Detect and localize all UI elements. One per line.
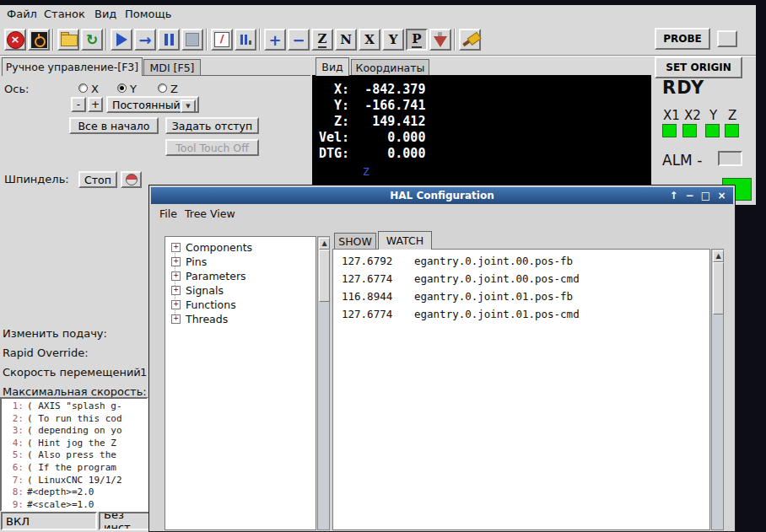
tab-watch[interactable]: WATCH <box>378 231 432 250</box>
hal-tree-panel[interactable]: + Components + Pins + Parameters + Signa… <box>165 236 316 530</box>
tree-item-parameters[interactable]: + Parameters <box>171 270 246 282</box>
tab-manual-control[interactable]: Ручное управление-[F3] <box>2 57 143 76</box>
view-z-icon: Z <box>318 31 327 48</box>
toolbar-divider <box>0 55 756 56</box>
hal-menu-file[interactable]: File <box>159 207 177 220</box>
zoom-out-icon: − <box>292 31 305 49</box>
jog-plus-button[interactable]: + <box>88 97 103 112</box>
menu-view[interactable]: Вид <box>94 8 116 20</box>
tab-mdi[interactable]: MDI [F5] <box>143 59 201 76</box>
rotate-view-button[interactable] <box>429 29 451 51</box>
tree-item-components[interactable]: + Components <box>171 241 252 254</box>
tab-dro[interactable]: Координаты <box>351 59 429 76</box>
expand-icon[interactable]: + <box>171 314 181 324</box>
toggle-skip-lines-button[interactable]: / <box>211 29 233 51</box>
pause-button[interactable] <box>158 29 180 51</box>
tree-item-functions[interactable]: + Functions <box>171 298 236 311</box>
view-z-button[interactable]: Z <box>311 29 333 51</box>
tree-item-pins[interactable]: + Pins <box>171 255 207 268</box>
tree-item-threads[interactable]: + Threads <box>171 313 228 325</box>
homed-lamp-z <box>725 124 739 137</box>
hal-window-controls: ↑ − □ × <box>667 190 728 202</box>
zoom-out-button[interactable]: − <box>288 29 310 51</box>
vcp-axis-label-x2: X2 <box>684 108 701 123</box>
jog-mode-select[interactable]: Постоянный ▼ <box>106 96 199 113</box>
view-perspective-button[interactable]: P <box>406 29 428 51</box>
optional-pause-button[interactable] <box>235 29 256 51</box>
radio-axis-z[interactable] <box>158 83 167 93</box>
tree-scrollbar-thumb[interactable] <box>319 250 330 302</box>
run-icon <box>116 33 127 46</box>
view-x-button[interactable]: X <box>359 29 380 51</box>
hal-titlebar[interactable]: HAL Configuration ↑ − □ × <box>151 187 733 204</box>
axis-marker-z: Z <box>363 165 370 178</box>
tree-item-signals[interactable]: + Signals <box>171 284 224 297</box>
radio-axis-y[interactable] <box>117 83 127 93</box>
stop-button[interactable] <box>181 29 203 51</box>
vcp-axis-label-z: Z <box>728 108 736 123</box>
menu-file[interactable]: Файл <box>7 8 37 20</box>
hal-menu-tree-view[interactable]: Tree View <box>185 207 235 220</box>
zoom-in-button[interactable]: + <box>264 29 286 51</box>
clear-plot-button[interactable] <box>459 29 481 51</box>
watch-value: 127.6792 <box>342 255 392 267</box>
expand-icon[interactable]: + <box>171 300 181 309</box>
menu-machine[interactable]: Станок <box>44 8 85 20</box>
home-all-button[interactable]: Все в начало <box>69 117 159 134</box>
shade-button[interactable]: ↑ <box>667 190 680 202</box>
spindle-brake-button[interactable] <box>121 171 142 188</box>
gcode-line: 5:( Also press the <box>2 449 147 462</box>
run-button[interactable] <box>111 29 132 51</box>
view-z-rotated-icon: N <box>340 32 352 47</box>
expand-icon[interactable]: + <box>171 286 181 295</box>
watch-row: 116.8944 egantry.0.joint.01.pos-fb <box>333 290 709 307</box>
view-z-rotated-button[interactable]: N <box>335 29 357 51</box>
tab-show[interactable]: SHOW <box>334 233 376 250</box>
view-x-icon: X <box>364 32 375 47</box>
view-y-button[interactable]: Y <box>382 29 404 51</box>
feed-override-label: Изменить подачу: <box>3 327 107 340</box>
expand-icon[interactable]: + <box>171 243 181 252</box>
machine-power-button[interactable] <box>28 29 50 51</box>
reload-icon: ↻ <box>86 32 98 47</box>
reload-button[interactable]: ↻ <box>81 29 103 51</box>
watch-row: 127.6774 egantry.0.joint.00.pos-cmd <box>333 272 709 289</box>
tree-scrollbar[interactable]: ▲ <box>317 236 330 530</box>
step-button[interactable]: → <box>134 29 156 51</box>
set-origin-button[interactable]: SET ORIGIN <box>655 56 742 78</box>
gcode-line: 9:#<scale>=1.0 <box>2 499 147 512</box>
probe-aux-button[interactable] <box>717 30 737 47</box>
spin-cone-icon <box>434 32 447 47</box>
hal-watch-panel[interactable]: 127.6792 egantry.0.joint.00.pos-fb 127.6… <box>332 249 710 530</box>
axis-label: Ось: <box>4 83 29 95</box>
scroll-up-icon[interactable]: ▲ <box>713 250 724 262</box>
probe-button[interactable]: PROBE <box>655 28 710 50</box>
desktop: Файл Станок Вид Помощь × <box>0 0 766 532</box>
radio-axis-x[interactable] <box>78 83 88 93</box>
watch-pin-name: egantry.0.joint.00.pos-cmd <box>414 272 580 285</box>
zoom-in-icon: + <box>268 31 281 49</box>
expand-icon[interactable]: + <box>171 271 181 281</box>
watch-scrollbar[interactable]: ▲ <box>711 249 724 530</box>
touch-off-button[interactable]: Задать отступ <box>165 117 259 134</box>
jog-minus-button[interactable]: - <box>71 97 86 112</box>
gcode-listing[interactable]: 1:( AXIS "splash g- 2:( To run this cod … <box>0 397 148 512</box>
watch-row: 127.6792 egantry.0.joint.00.pos-fb <box>333 255 709 271</box>
watch-scrollbar-thumb[interactable] <box>713 262 724 314</box>
menu-help[interactable]: Помощь <box>125 8 171 20</box>
expand-icon[interactable]: + <box>171 257 181 266</box>
gcode-line: 7:( LinuxCNC 19/1/2 <box>2 475 147 487</box>
maximize-button[interactable]: □ <box>699 190 712 202</box>
radio-axis-y-label: Y <box>130 83 137 95</box>
minimize-button[interactable]: − <box>683 190 696 202</box>
toolbar-separator <box>105 29 107 51</box>
tab-preview[interactable]: Вид <box>316 57 349 76</box>
open-file-button[interactable] <box>57 29 79 51</box>
toolbar-separator <box>52 29 54 51</box>
close-button[interactable]: × <box>715 190 728 202</box>
spindle-stop-button[interactable]: Стоп <box>78 171 117 188</box>
estop-button[interactable]: × <box>4 29 26 51</box>
dro-vel: Vel: 0.000 <box>319 130 425 146</box>
tool-touch-off-button[interactable]: Tool Touch Off <box>165 139 259 156</box>
scroll-up-icon[interactable]: ▲ <box>319 238 330 250</box>
